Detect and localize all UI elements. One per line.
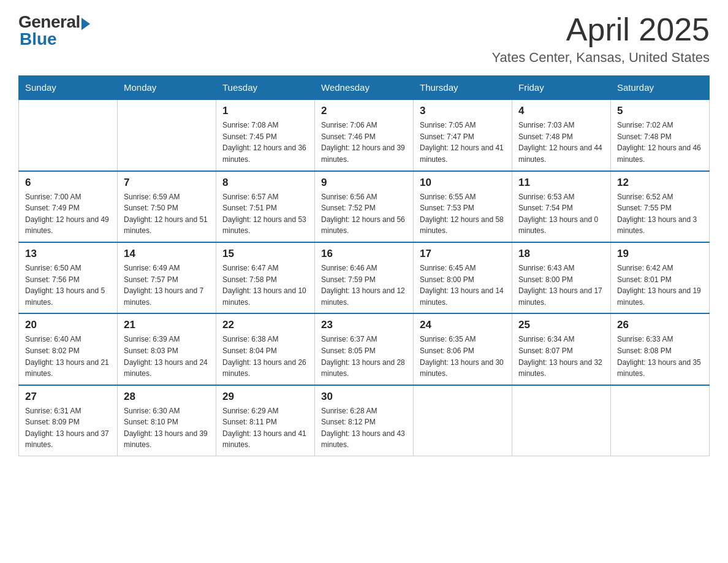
title-area: April 2025 Yates Center, Kansas, United … [492, 12, 710, 66]
calendar-cell: 30Sunrise: 6:28 AMSunset: 8:12 PMDayligh… [315, 385, 414, 456]
day-info: Sunrise: 6:57 AMSunset: 7:51 PMDaylight:… [222, 191, 308, 237]
calendar-week-row: 6Sunrise: 7:00 AMSunset: 7:49 PMDaylight… [19, 171, 710, 242]
calendar-cell: 24Sunrise: 6:35 AMSunset: 8:06 PMDayligh… [414, 313, 512, 385]
calendar-cell [611, 385, 710, 456]
calendar-cell [512, 385, 611, 456]
day-number: 14 [124, 248, 210, 260]
day-number: 5 [617, 105, 703, 117]
calendar-cell: 15Sunrise: 6:47 AMSunset: 7:58 PMDayligh… [216, 242, 315, 313]
day-number: 29 [222, 391, 308, 403]
calendar-cell: 5Sunrise: 7:02 AMSunset: 7:48 PMDaylight… [611, 99, 710, 170]
calendar-cell: 20Sunrise: 6:40 AMSunset: 8:02 PMDayligh… [19, 313, 118, 385]
day-info: Sunrise: 6:49 AMSunset: 7:57 PMDaylight:… [124, 262, 210, 308]
day-info: Sunrise: 6:56 AMSunset: 7:52 PMDaylight:… [321, 191, 407, 237]
calendar-cell: 4Sunrise: 7:03 AMSunset: 7:48 PMDaylight… [512, 99, 611, 170]
calendar-week-row: 13Sunrise: 6:50 AMSunset: 7:56 PMDayligh… [19, 242, 710, 313]
calendar-cell: 22Sunrise: 6:38 AMSunset: 8:04 PMDayligh… [216, 313, 315, 385]
calendar-cell: 18Sunrise: 6:43 AMSunset: 8:00 PMDayligh… [512, 242, 611, 313]
calendar-cell: 26Sunrise: 6:33 AMSunset: 8:08 PMDayligh… [611, 313, 710, 385]
calendar-cell: 25Sunrise: 6:34 AMSunset: 8:07 PMDayligh… [512, 313, 611, 385]
calendar-week-row: 20Sunrise: 6:40 AMSunset: 8:02 PMDayligh… [19, 313, 710, 385]
day-info: Sunrise: 6:45 AMSunset: 8:00 PMDaylight:… [420, 262, 506, 308]
day-number: 23 [321, 319, 407, 331]
calendar-cell: 9Sunrise: 6:56 AMSunset: 7:52 PMDaylight… [315, 171, 414, 242]
day-number: 4 [518, 105, 604, 117]
day-info: Sunrise: 6:47 AMSunset: 7:58 PMDaylight:… [222, 262, 308, 308]
day-info: Sunrise: 6:55 AMSunset: 7:53 PMDaylight:… [420, 191, 506, 237]
calendar-cell: 12Sunrise: 6:52 AMSunset: 7:55 PMDayligh… [611, 171, 710, 242]
day-number: 12 [617, 177, 703, 189]
day-number: 20 [25, 319, 111, 331]
calendar-cell: 11Sunrise: 6:53 AMSunset: 7:54 PMDayligh… [512, 171, 611, 242]
day-info: Sunrise: 6:42 AMSunset: 8:01 PMDaylight:… [617, 262, 703, 308]
weekday-header-saturday: Saturday [611, 76, 710, 100]
day-info: Sunrise: 6:30 AMSunset: 8:10 PMDaylight:… [124, 405, 210, 451]
day-number: 1 [222, 105, 308, 117]
day-info: Sunrise: 6:38 AMSunset: 8:04 PMDaylight:… [222, 334, 308, 379]
calendar-cell: 3Sunrise: 7:05 AMSunset: 7:47 PMDaylight… [414, 99, 512, 170]
day-number: 18 [518, 248, 604, 260]
day-number: 6 [25, 177, 111, 189]
day-number: 19 [617, 248, 703, 260]
day-info: Sunrise: 6:37 AMSunset: 8:05 PMDaylight:… [321, 334, 407, 379]
day-number: 30 [321, 391, 407, 403]
day-info: Sunrise: 7:05 AMSunset: 7:47 PMDaylight:… [420, 120, 506, 165]
day-info: Sunrise: 6:39 AMSunset: 8:03 PMDaylight:… [124, 334, 210, 379]
day-info: Sunrise: 6:33 AMSunset: 8:08 PMDaylight:… [617, 334, 703, 379]
day-info: Sunrise: 6:28 AMSunset: 8:12 PMDaylight:… [321, 405, 407, 451]
calendar-cell: 8Sunrise: 6:57 AMSunset: 7:51 PMDaylight… [216, 171, 315, 242]
weekday-header-wednesday: Wednesday [315, 76, 414, 100]
day-number: 11 [518, 177, 604, 189]
calendar-cell: 14Sunrise: 6:49 AMSunset: 7:57 PMDayligh… [118, 242, 216, 313]
calendar-cell: 13Sunrise: 6:50 AMSunset: 7:56 PMDayligh… [19, 242, 118, 313]
day-number: 8 [222, 177, 308, 189]
day-info: Sunrise: 6:43 AMSunset: 8:00 PMDaylight:… [518, 262, 604, 308]
day-number: 7 [124, 177, 210, 189]
day-number: 28 [124, 391, 210, 403]
day-info: Sunrise: 7:02 AMSunset: 7:48 PMDaylight:… [617, 120, 703, 165]
calendar-cell [118, 99, 216, 170]
calendar-cell: 28Sunrise: 6:30 AMSunset: 8:10 PMDayligh… [118, 385, 216, 456]
day-number: 26 [617, 319, 703, 331]
day-info: Sunrise: 6:52 AMSunset: 7:55 PMDaylight:… [617, 191, 703, 237]
day-number: 25 [518, 319, 604, 331]
day-info: Sunrise: 6:50 AMSunset: 7:56 PMDaylight:… [25, 262, 111, 308]
weekday-header-friday: Friday [512, 76, 611, 100]
day-number: 9 [321, 177, 407, 189]
calendar-cell [414, 385, 512, 456]
calendar-cell: 16Sunrise: 6:46 AMSunset: 7:59 PMDayligh… [315, 242, 414, 313]
logo: General Blue [18, 12, 90, 49]
logo-blue-text: Blue [20, 29, 57, 49]
calendar-table: SundayMondayTuesdayWednesdayThursdayFrid… [18, 75, 710, 456]
day-number: 21 [124, 319, 210, 331]
day-number: 24 [420, 319, 506, 331]
day-info: Sunrise: 6:34 AMSunset: 8:07 PMDaylight:… [518, 334, 604, 379]
weekday-header-sunday: Sunday [19, 76, 118, 100]
calendar-cell: 1Sunrise: 7:08 AMSunset: 7:45 PMDaylight… [216, 99, 315, 170]
day-info: Sunrise: 6:35 AMSunset: 8:06 PMDaylight:… [420, 334, 506, 379]
calendar-cell: 2Sunrise: 7:06 AMSunset: 7:46 PMDaylight… [315, 99, 414, 170]
calendar-cell [19, 99, 118, 170]
header: General Blue April 2025 Yates Center, Ka… [18, 12, 710, 66]
calendar-cell: 29Sunrise: 6:29 AMSunset: 8:11 PMDayligh… [216, 385, 315, 456]
day-info: Sunrise: 6:29 AMSunset: 8:11 PMDaylight:… [222, 405, 308, 451]
day-number: 13 [25, 248, 111, 260]
calendar-cell: 27Sunrise: 6:31 AMSunset: 8:09 PMDayligh… [19, 385, 118, 456]
day-info: Sunrise: 7:06 AMSunset: 7:46 PMDaylight:… [321, 120, 407, 165]
calendar-cell: 10Sunrise: 6:55 AMSunset: 7:53 PMDayligh… [414, 171, 512, 242]
calendar-cell: 19Sunrise: 6:42 AMSunset: 8:01 PMDayligh… [611, 242, 710, 313]
calendar-week-row: 27Sunrise: 6:31 AMSunset: 8:09 PMDayligh… [19, 385, 710, 456]
day-info: Sunrise: 7:03 AMSunset: 7:48 PMDaylight:… [518, 120, 604, 165]
calendar-cell: 6Sunrise: 7:00 AMSunset: 7:49 PMDaylight… [19, 171, 118, 242]
weekday-header-tuesday: Tuesday [216, 76, 315, 100]
day-number: 17 [420, 248, 506, 260]
calendar-cell: 7Sunrise: 6:59 AMSunset: 7:50 PMDaylight… [118, 171, 216, 242]
location-title: Yates Center, Kansas, United States [492, 50, 710, 66]
day-info: Sunrise: 7:00 AMSunset: 7:49 PMDaylight:… [25, 191, 111, 237]
day-number: 10 [420, 177, 506, 189]
month-title: April 2025 [492, 12, 710, 47]
day-info: Sunrise: 6:40 AMSunset: 8:02 PMDaylight:… [25, 334, 111, 379]
day-number: 3 [420, 105, 506, 117]
day-number: 27 [25, 391, 111, 403]
calendar-cell: 21Sunrise: 6:39 AMSunset: 8:03 PMDayligh… [118, 313, 216, 385]
